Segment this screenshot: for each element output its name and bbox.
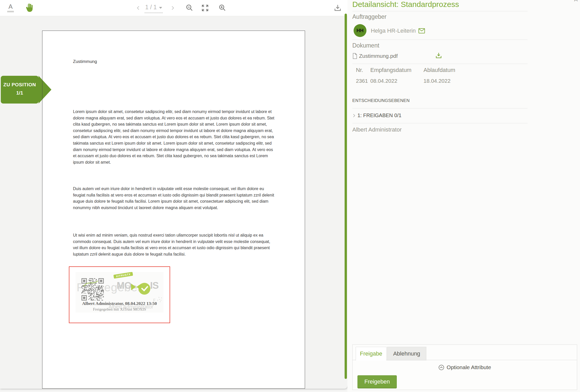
optional-attributes-label: Optionale Attribute (447, 364, 491, 370)
divider (352, 40, 528, 40)
email-icon[interactable] (418, 28, 425, 34)
next-page-button[interactable] (170, 5, 176, 11)
decision-panel: Freigabe Ablehnung Optionale Attribute F… (352, 344, 577, 390)
zoom-in-icon[interactable] (218, 4, 227, 12)
stamp-release-line: Freigegeben mit XiTrust MOXIS (70, 307, 169, 312)
fullscreen-icon[interactable] (201, 4, 209, 12)
sidebar-download-icon[interactable] (435, 52, 443, 60)
client-name: Helga HR-Leiterin (371, 27, 416, 34)
divider (352, 123, 528, 123)
signature-stamp: Freigegeben XITRUSTX MO IS Albert Admini… (76, 272, 163, 313)
chevron-right-icon (352, 113, 356, 118)
viewer-scrollbar[interactable] (345, 14, 347, 379)
pdf-file-icon (352, 53, 357, 59)
decision-levels-label: ENTSCHEIDUNGSEBENEN (352, 98, 410, 103)
page-dropdown-caret-icon (159, 7, 162, 9)
moxis-logo-mo: MO (117, 280, 132, 291)
moxis-check-icon (139, 283, 150, 295)
page-number-display: 1 / 1 (145, 4, 157, 11)
sidebar-title: Detailansicht: Standardprozess (352, 0, 459, 9)
document-paragraph-3: Ut wisi enim ad minim veniam, quis nostr… (73, 232, 276, 257)
stamp-corner-dots-icon (157, 300, 158, 301)
pdf-viewer-panel: A 1 / 1 (0, 0, 347, 389)
signature-position-box[interactable]: Freigegeben XITRUSTX MO IS Albert Admini… (69, 266, 170, 323)
close-panel-icon[interactable]: ✕ (573, 0, 579, 3)
document-paragraph-1: Lorem ipsum dolor sit amet, consetetur s… (73, 109, 276, 165)
download-document-icon[interactable] (333, 4, 342, 12)
client-avatar: HH (354, 24, 366, 37)
document-filename: Zustimmung.pdf (359, 53, 398, 59)
document-file-link[interactable]: Zustimmung.pdf (352, 53, 398, 59)
moxis-logo-is: IS (150, 280, 159, 291)
meta-header-nr: Nr. (356, 67, 363, 73)
jump-to-position-flag[interactable]: ZU POSITION 1/1 (1, 76, 39, 104)
divider (352, 108, 528, 108)
qr-code (81, 278, 104, 301)
chevron-up-circle-icon (438, 365, 444, 370)
meta-header-ablaufdatum: Ablaufdatum (424, 67, 455, 73)
page-indicator[interactable]: 1 / 1 (145, 4, 163, 13)
moxis-app: A 1 / 1 (0, 0, 580, 392)
level-1-label: 1: FREIGABEN 0/1 (357, 113, 401, 118)
freigeben-button[interactable]: Freigeben (357, 375, 397, 388)
document-section-label: Dokument (352, 42, 379, 49)
tab-ablehnung[interactable]: Ablehnung (387, 347, 426, 360)
meta-value-empfangsdatum: 08.04.2022 (370, 78, 397, 84)
tab-freigabe[interactable]: Freigabe (356, 347, 386, 361)
detail-sidebar: Detailansicht: Standardprozess Auftragge… (347, 0, 580, 392)
page-border-over-flag (42, 76, 42, 104)
xitrust-brand-tag: XITRUSTX (113, 272, 133, 279)
text-select-tool-icon[interactable]: A (7, 3, 14, 12)
viewer-toolbar: A 1 / 1 (0, 0, 347, 16)
meta-value-ablaufdatum: 18.04.2022 (424, 78, 450, 84)
level-1-expander[interactable]: 1: FREIGABEN 0/1 (352, 113, 401, 118)
document-page: Zustimmung Lorem ipsum dolor sit amet, c… (42, 31, 305, 389)
zoom-out-icon[interactable] (186, 4, 194, 12)
stamp-signer-line: Albert Administrator, 08.04.2022 13:50 (70, 301, 169, 306)
divider (352, 11, 528, 11)
approver-name: Albert Administrator (352, 126, 402, 133)
flag-counter: 1/1 (1, 90, 39, 96)
divider (352, 64, 528, 64)
meta-value-nr: 2361 (356, 78, 368, 84)
document-paragraph-2: Duis autem vel eum iriure dolor in hendr… (73, 186, 276, 211)
hand-pan-tool-icon[interactable] (24, 3, 33, 13)
meta-header-empfangsdatum: Empfangsdatum (370, 67, 411, 73)
client-section-label: Auftraggeber (352, 13, 386, 20)
flag-label: ZU POSITION (1, 82, 39, 88)
optional-attributes-toggle[interactable]: Optionale Attribute (353, 364, 577, 370)
previous-page-button[interactable] (135, 5, 141, 11)
document-heading: Zustimmung (73, 59, 97, 64)
